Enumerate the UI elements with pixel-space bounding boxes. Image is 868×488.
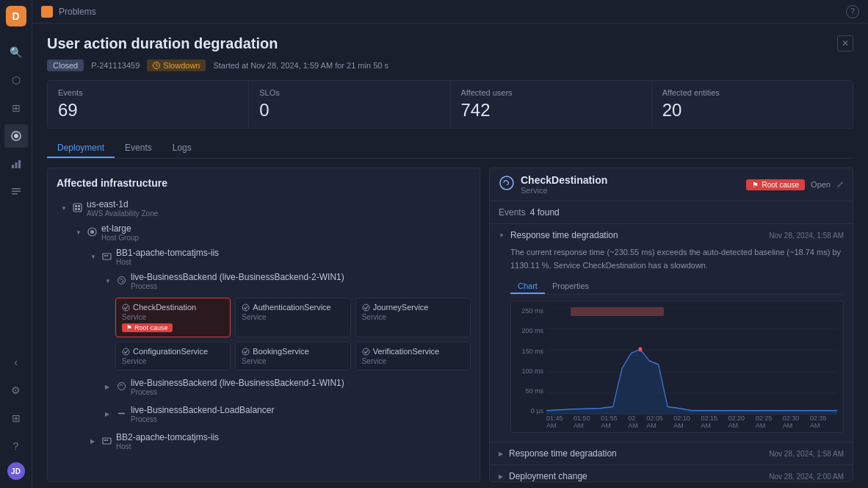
tab-deployment[interactable]: Deployment: [47, 139, 115, 158]
svg-rect-19: [104, 255, 106, 256]
service-authentication[interactable]: AuthenticationService Service: [235, 298, 350, 337]
region-sublabel: AWS Availability Zone: [87, 209, 158, 218]
process-labels: live-BusinessBackend (live-BusinessBacke…: [131, 272, 344, 290]
service-journey[interactable]: JourneyService Service: [355, 298, 471, 337]
event-row-3[interactable]: ▶ Deployment change Nov 28, 2024, 2:00 A…: [490, 465, 853, 482]
svg-point-26: [242, 348, 249, 355]
service-journey-name: JourneyService: [373, 303, 429, 312]
process3-row[interactable]: ▶ live-BusinessBackend-LoadBalancer Proc…: [101, 402, 471, 426]
process-sublabel: Process: [131, 282, 344, 290]
sidebar-item-problems[interactable]: [4, 124, 28, 148]
topbar-logo: [41, 6, 53, 18]
svg-point-33: [500, 176, 513, 190]
svg-rect-2: [12, 165, 14, 168]
sidebar-item-apps[interactable]: ⊞: [4, 96, 28, 120]
stat-entities-label: Affected entities: [662, 88, 842, 97]
region-label: us-east-1d: [87, 199, 158, 209]
process-row[interactable]: ▼ live-BusinessBackend (live-BusinessBac…: [101, 269, 471, 293]
stat-users: Affected users 742: [451, 81, 652, 128]
svg-rect-13: [78, 205, 80, 207]
x-label-6: 02:10 AM: [673, 415, 701, 429]
infrastructure-panel: Affected infrastructure ▼ us-east-1d AWS…: [47, 168, 480, 482]
host-bb1-children: ▼ live-BusinessBackend (live-BusinessBac…: [86, 269, 471, 426]
hostgroup-icon: [87, 227, 97, 239]
sidebar-item-search[interactable]: 🔍: [4, 40, 28, 64]
host-bb1-label: BB1-apache-tomcatjms-iis: [116, 248, 219, 258]
event-row-1[interactable]: ▼ Response time degradation Nov 28, 2024…: [490, 224, 853, 246]
meta-row: Closed P-241113459 Slowdown Started at N…: [47, 60, 853, 71]
y-label-250: 250 ms: [514, 307, 543, 315]
sidebar-item-help[interactable]: ?: [4, 434, 28, 458]
svg-point-27: [363, 348, 369, 355]
host-bb1-row[interactable]: ▼ BB1-apache-tomcatjms-iis Host: [86, 245, 471, 269]
root-cause-label: Root cause: [134, 324, 168, 331]
services-grid: CheckDestination Service ⚑ Root cause: [101, 298, 471, 370]
sidebar-item-grid2[interactable]: ⊞: [4, 406, 28, 430]
service-config-name: ConfigurationService: [133, 347, 208, 356]
events-header: Events 4 found: [490, 201, 853, 224]
event-time-1: Nov 28, 2024, 1:58 AM: [769, 232, 844, 240]
status-badge: Closed: [47, 60, 84, 71]
svg-rect-3: [15, 162, 17, 168]
svg-rect-12: [75, 205, 77, 207]
svg-rect-5: [12, 188, 21, 190]
expand-icon[interactable]: ⤢: [836, 179, 844, 190]
stat-users-value: 742: [461, 100, 641, 121]
service-configuration[interactable]: ConfigurationService Service: [115, 342, 231, 370]
infrastructure-title: Affected infrastructure: [57, 177, 471, 189]
main-content: Problems ? User action duration degradat…: [32, 0, 868, 488]
x-label-4: 02 AM: [628, 415, 646, 429]
sidebar-item-topology[interactable]: ⬡: [4, 68, 28, 92]
process3-sublabel: Process: [131, 415, 274, 423]
process2-label: live-BusinessBackend (live-BusinessBacke…: [131, 378, 344, 388]
region-labels: us-east-1d AWS Availability Zone: [87, 199, 158, 218]
region-row[interactable]: ▼ us-east-1d AWS Availability Zone: [57, 196, 471, 220]
help-icon: ?: [850, 7, 855, 15]
sidebar-item-metrics[interactable]: [4, 152, 28, 176]
process-chevron: ▼: [105, 278, 112, 284]
host-bb1-labels: BB1-apache-tomcatjms-iis Host: [116, 248, 219, 266]
service-icon: [122, 304, 130, 312]
service-verif-type: Service: [362, 357, 464, 365]
process2-row[interactable]: ▶ live-BusinessBackend (live-BusinessBac…: [101, 375, 471, 399]
hostgroup-row[interactable]: ▼ et-large Host Group: [71, 220, 471, 245]
service-verification[interactable]: VerificationService Service: [355, 342, 471, 370]
event-row-2[interactable]: ▶ Response time degradation Nov 28, 2024…: [490, 442, 853, 464]
x-label-5: 02:05 AM: [646, 415, 673, 429]
hostgroup-sublabel: Host Group: [101, 234, 139, 242]
process3-labels: live-BusinessBackend-LoadBalancer Proces…: [131, 405, 274, 423]
chart-tab-properties[interactable]: Properties: [545, 279, 596, 294]
x-label-3: 01:55 AM: [601, 415, 628, 429]
svg-line-10: [156, 65, 158, 67]
sidebar-item-expand[interactable]: ‹: [4, 351, 28, 374]
y-label-150: 150 ms: [514, 348, 543, 355]
svg-point-17: [90, 230, 94, 234]
process2-node: ▶ live-BusinessBackend (live-BusinessBac…: [101, 375, 471, 399]
sidebar-item-logs[interactable]: [4, 180, 28, 204]
host-bb2-node: ▶ BB2-apache-tomcatjms-iis Host: [86, 429, 471, 453]
topbar-title: Problems: [59, 7, 96, 17]
events-label: Events: [499, 207, 526, 218]
close-button[interactable]: ✕: [837, 35, 853, 51]
service-checkdestination[interactable]: CheckDestination Service ⚑ Root cause: [115, 298, 231, 337]
host-bb2-row[interactable]: ▶ BB2-apache-tomcatjms-iis Host: [86, 429, 471, 453]
host-bb2-sublabel: Host: [116, 442, 219, 451]
region-node: ▼ us-east-1d AWS Availability Zone: [57, 196, 471, 453]
svg-rect-20: [106, 255, 108, 256]
tab-events[interactable]: Events: [115, 139, 162, 158]
service-verif-icon: [362, 348, 370, 356]
chart-tab-chart[interactable]: Chart: [510, 279, 545, 294]
tab-logs[interactable]: Logs: [162, 139, 202, 158]
svg-marker-40: [546, 350, 837, 415]
chart-highlight: [571, 307, 664, 316]
stat-events-value: 69: [58, 100, 238, 121]
stat-events-label: Events: [58, 88, 238, 97]
svg-point-41: [638, 347, 642, 351]
chart-x-labels: 01:45 AM 01:50 AM 01:55 AM 02 AM 02:05 A…: [546, 415, 837, 429]
topbar-help-button[interactable]: ?: [846, 5, 859, 18]
service-name-block: CheckDestination Service: [521, 174, 607, 195]
sidebar-avatar[interactable]: JD: [7, 462, 25, 480]
sidebar-item-settings[interactable]: ⚙: [4, 378, 28, 402]
host-bb2-chevron: ▶: [90, 438, 98, 445]
service-booking[interactable]: BookingService Service: [235, 342, 350, 370]
